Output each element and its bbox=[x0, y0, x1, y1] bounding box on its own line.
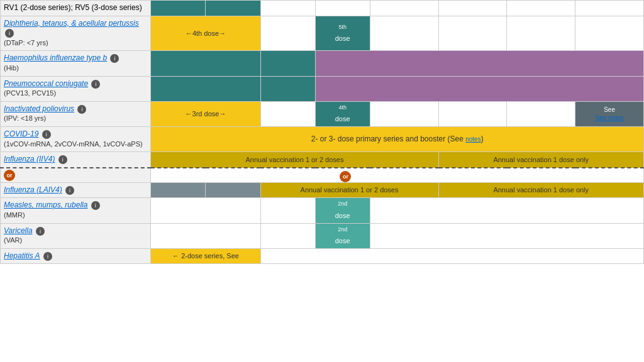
covid-row: COVID-19 i (1vCOV-mRNA, 2vCOV-mRNA, 1vCO… bbox=[1, 126, 644, 151]
rv-cell-6 bbox=[438, 1, 507, 16]
rv-cell-8 bbox=[575, 1, 644, 16]
diphtheria-cell-7 bbox=[438, 16, 507, 51]
or-badge-right: or bbox=[340, 171, 351, 182]
varicella-link[interactable]: Varicella bbox=[4, 226, 33, 235]
vaccine-schedule-table: RV1 (2-dose series); RV5 (3-dose series)… bbox=[0, 0, 644, 264]
poliovirus-see-notes-cell: See See notes bbox=[575, 101, 644, 126]
haemophilus-link[interactable]: Haemophilus influenzae type b bbox=[4, 53, 107, 62]
influenza-iiv4-info-icon[interactable]: i bbox=[58, 155, 67, 164]
varicella-dose2-cell: 2nddose bbox=[315, 223, 370, 248]
poliovirus-info-icon[interactable]: i bbox=[77, 105, 86, 114]
hepatitis-a-link[interactable]: Hepatitis A bbox=[4, 251, 40, 260]
influenza-laiv4-link[interactable]: Influenza (LAIV4) bbox=[4, 185, 62, 194]
poliovirus-row: Inactivated poliovirus i (IPV: <18 yrs) … bbox=[1, 101, 644, 126]
pneumococcal-link[interactable]: Pneumococcal conjugate bbox=[4, 79, 88, 88]
poliovirus-dose4-label: 4thdose bbox=[335, 106, 350, 123]
influenza-iiv4-annual2-cell: Annual vaccination 1 dose only bbox=[438, 152, 644, 168]
covid-sub: (1vCOV-mRNA, 2vCOV-mRNA, 1vCOV-aPS) bbox=[4, 140, 143, 148]
hepatitis-a-dose-label: ← 2-dose series, See bbox=[172, 252, 239, 260]
rv-cell-7 bbox=[507, 1, 575, 16]
mmr-info-icon[interactable]: i bbox=[91, 201, 100, 210]
mmr-dose2-label: 2nddose bbox=[335, 202, 350, 219]
rv-vaccine-cell: RV1 (2-dose series); RV5 (3-dose series) bbox=[1, 1, 151, 16]
influenza-laiv4-annual2-label: Annual vaccination 1 dose only bbox=[493, 186, 589, 194]
poliovirus-cell-7 bbox=[438, 101, 507, 126]
poliovirus-dose3-label: ←3rd dose→ bbox=[186, 110, 226, 118]
covid-info-icon[interactable]: i bbox=[42, 130, 51, 139]
rv-cell-2 bbox=[206, 1, 260, 16]
poliovirus-vaccine-cell: Inactivated poliovirus i (IPV: <18 yrs) bbox=[1, 101, 151, 126]
influenza-laiv4-vaccine-cell: Influenza (LAIV4) i bbox=[1, 182, 151, 198]
poliovirus-empty-cell bbox=[260, 101, 315, 126]
haemophilus-teal-cell bbox=[151, 51, 260, 76]
varicella-empty2 bbox=[260, 223, 315, 248]
hepatitis-a-row: Hepatitis A i ← 2-dose series, See bbox=[1, 248, 644, 264]
influenza-laiv4-info-icon[interactable]: i bbox=[65, 186, 74, 195]
influenza-laiv4-gray1 bbox=[151, 182, 206, 198]
poliovirus-link[interactable]: Inactivated poliovirus bbox=[4, 104, 74, 113]
diphtheria-info-icon[interactable]: i bbox=[5, 29, 14, 38]
varicella-empty1 bbox=[151, 223, 260, 248]
mmr-row: Measles, mumps, rubella i (MMR) 2nddose bbox=[1, 198, 644, 223]
pneumococcal-vaccine-cell: Pneumococcal conjugate i (PCV13, PCV15) bbox=[1, 76, 151, 101]
poliovirus-cell-8 bbox=[507, 101, 575, 126]
diphtheria-cell-9 bbox=[575, 16, 644, 51]
influenza-laiv4-gray2 bbox=[206, 182, 260, 198]
poliovirus-notes-link[interactable]: See notes bbox=[596, 114, 624, 121]
haemophilus-sub: (Hib) bbox=[4, 64, 19, 72]
hepatitis-a-empty bbox=[260, 248, 643, 264]
diphtheria-dose5-cell: 5thdose bbox=[315, 16, 370, 51]
mmr-link[interactable]: Measles, mumps, rubella bbox=[4, 200, 87, 209]
poliovirus-cell-6 bbox=[370, 101, 438, 126]
diphtheria-empty-cell bbox=[260, 16, 315, 51]
mmr-sub: (MMR) bbox=[4, 211, 25, 219]
pneumococcal-sub: (PCV13, PCV15) bbox=[4, 89, 56, 97]
haemophilus-info-icon[interactable]: i bbox=[110, 54, 119, 63]
rv-cell-5 bbox=[370, 1, 438, 16]
poliovirus-sub: (IPV: <18 yrs) bbox=[4, 114, 46, 122]
diphtheria-cell-6 bbox=[370, 16, 438, 51]
diphtheria-row: Diphtheria, tetanus, & acellular pertuss… bbox=[1, 16, 644, 51]
covid-dose-text: 2- or 3- dose primary series and booster… bbox=[311, 134, 484, 143]
diphtheria-dose4-cell: ←4th dose→ bbox=[151, 16, 260, 51]
varicella-info-icon[interactable]: i bbox=[36, 227, 45, 236]
varicella-row: Varicella i (VAR) 2nddose bbox=[1, 223, 644, 248]
influenza-iiv4-row: Influenza (IIV4) i Annual vaccination 1 … bbox=[1, 152, 644, 168]
varicella-vaccine-cell: Varicella i (VAR) bbox=[1, 223, 151, 248]
haemophilus-vaccine-cell: Haemophilus influenzae type b i (Hib) bbox=[1, 51, 151, 76]
varicella-dose2-label: 2nddose bbox=[335, 228, 350, 244]
haemophilus-purple-cell bbox=[315, 51, 643, 76]
varicella-sub: (VAR) bbox=[4, 236, 22, 244]
pneumococcal-teal-cell bbox=[151, 76, 260, 101]
covid-link[interactable]: COVID-19 bbox=[4, 129, 38, 138]
influenza-iiv4-annual1-cell: Annual vaccination 1 or 2 doses bbox=[151, 152, 438, 168]
covid-vaccine-cell: COVID-19 i (1vCOV-mRNA, 2vCOV-mRNA, 1vCO… bbox=[1, 126, 151, 151]
covid-dose-cell: 2- or 3- dose primary series and booster… bbox=[151, 126, 644, 151]
influenza-iiv4-annual2-label: Annual vaccination 1 dose only bbox=[493, 156, 589, 163]
rv-cell-1 bbox=[151, 1, 206, 16]
poliovirus-dose3-cell: ←3rd dose→ bbox=[151, 101, 260, 126]
influenza-laiv4-annual1-cell: Annual vaccination 1 or 2 doses bbox=[260, 182, 438, 198]
diphtheria-dose5-label: 5thdose bbox=[335, 26, 350, 42]
influenza-iiv4-link[interactable]: Influenza (IIV4) bbox=[4, 155, 55, 163]
diphtheria-link[interactable]: Diphtheria, tetanus, & acellular pertuss… bbox=[4, 19, 139, 28]
mmr-dose2-cell: 2nddose bbox=[315, 198, 370, 223]
rv-row: RV1 (2-dose series); RV5 (3-dose series) bbox=[1, 1, 644, 16]
or-badge: or bbox=[4, 170, 15, 181]
or-separator-row: or or bbox=[1, 168, 644, 183]
hepatitis-a-info-icon[interactable]: i bbox=[43, 252, 52, 261]
mmr-empty3 bbox=[370, 198, 643, 223]
rv-cell-3 bbox=[260, 1, 315, 16]
influenza-laiv4-annual1-label: Annual vaccination 1 or 2 doses bbox=[301, 186, 399, 194]
rv-cell-4 bbox=[315, 1, 370, 16]
influenza-laiv4-row: Influenza (LAIV4) i Annual vaccination 1… bbox=[1, 182, 644, 198]
diphtheria-dose4-label: ←4th dose→ bbox=[186, 30, 226, 37]
diphtheria-vaccine-cell: Diphtheria, tetanus, & acellular pertuss… bbox=[1, 16, 151, 51]
pneumococcal-info-icon[interactable]: i bbox=[91, 80, 100, 89]
mmr-empty1 bbox=[151, 198, 260, 223]
covid-notes-link[interactable]: notes bbox=[465, 136, 480, 143]
poliovirus-dose4-cell: 4thdose bbox=[315, 101, 370, 126]
diphtheria-cell-8 bbox=[507, 16, 575, 51]
or-cell: or bbox=[1, 168, 151, 183]
mmr-empty2 bbox=[260, 198, 315, 223]
